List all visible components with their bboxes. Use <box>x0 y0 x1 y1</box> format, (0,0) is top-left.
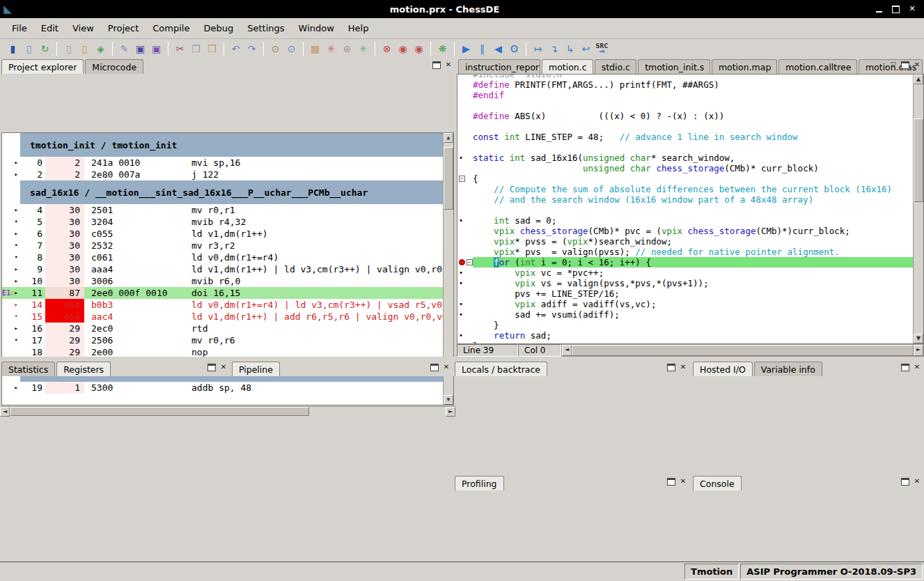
code-area[interactable]: #include "stdio.h"#define PRINTF(FMT,ARG… <box>457 75 913 343</box>
menu-item-window[interactable]: Window <box>292 20 340 36</box>
code-line[interactable] <box>457 100 913 111</box>
breakpoint-toggle-icon[interactable]: ◉ <box>395 41 411 56</box>
step-return-icon[interactable]: ↩ <box>578 41 594 56</box>
asm-row[interactable]: ▸10303006mvib r6,0 <box>2 275 443 287</box>
code-line[interactable]: pvs += LINE_STEP/16; <box>457 288 913 299</box>
panel-close-icon[interactable]: ✕ <box>913 478 921 486</box>
asm-row[interactable]: •7302532mv r3,r2 <box>2 240 443 251</box>
panel-maximize-icon[interactable] <box>667 478 675 486</box>
panel-close-icon[interactable]: ✕ <box>913 364 921 371</box>
search-next-icon[interactable]: ⊙ <box>283 41 299 56</box>
asm-row[interactable]: ▸02241a 0010mvi sp,16 <box>2 157 443 169</box>
code-line[interactable]: vpix* pvss = (vpix*)search_window; <box>457 236 913 247</box>
code-line[interactable]: • int sad = 0; <box>457 215 913 226</box>
code-line[interactable]: • return sad; <box>457 330 913 341</box>
src-step-icon[interactable]: SRC⇒ <box>594 41 610 56</box>
code-line[interactable]: −{ <box>457 173 913 184</box>
search-icon[interactable]: ⊙ <box>267 41 283 56</box>
tab-tmotion-init-s[interactable]: tmotion_init.s <box>638 59 710 74</box>
compile-icon[interactable]: ◈ <box>93 41 109 56</box>
asm-row[interactable]: •5303204mvib r4,32 <box>2 216 443 228</box>
menu-item-view[interactable]: View <box>66 20 100 36</box>
code-line[interactable]: } <box>457 341 913 343</box>
code-line[interactable]: } <box>457 320 913 330</box>
paste-icon[interactable]: ❒ <box>204 41 220 56</box>
panel-close-icon[interactable]: ✕ <box>913 61 921 69</box>
code-line[interactable]: unsigned char chess_storage(CMb)* curr_b… <box>457 163 913 173</box>
code-line[interactable]: • vpix vs = valign(pvss,*pvs,*(pvs+1)); <box>457 278 913 288</box>
save-all-icon[interactable]: ▣ <box>148 41 164 56</box>
asm-row[interactable]: •830c061ld v0,dm(r1+=r4) <box>2 251 443 263</box>
code-line[interactable] <box>457 205 913 215</box>
code-line[interactable]: #include "stdio.h" <box>457 75 913 79</box>
tab-hosted-i-o[interactable]: Hosted I/O <box>693 362 753 376</box>
editor-hscrollbar[interactable]: ◄ ► <box>561 344 924 357</box>
tab-variable-info[interactable]: Variable info <box>754 362 822 376</box>
code-line[interactable]: − for (int i = 0; i < 16; i++) { <box>457 257 913 268</box>
code-line[interactable]: • vpix adiff = vadiff(vs,vc); <box>457 299 913 309</box>
panel-close-icon[interactable]: ✕ <box>444 61 453 69</box>
tab-microcode[interactable]: Microcode <box>85 59 143 74</box>
scroll-up-button[interactable]: ▲ <box>914 75 923 84</box>
reset-icon[interactable]: ◀ <box>490 41 506 56</box>
profile-refresh-icon[interactable]: ✳ <box>355 41 371 56</box>
step-into-icon[interactable]: ↴ <box>546 41 562 56</box>
tab-list-icon[interactable]: ▽ <box>889 61 898 69</box>
scroll-left-button[interactable]: ◄ <box>562 345 572 356</box>
code-line[interactable]: // Compute the sum of absolute differenc… <box>457 184 913 194</box>
run-free-icon[interactable]: ❋ <box>434 41 451 56</box>
profile-time-icon[interactable]: ⊕ <box>339 41 355 56</box>
asm-row[interactable]: ▸4302501mv r0,r1 <box>2 204 443 216</box>
scroll-up-button[interactable]: ▲ <box>444 133 453 143</box>
editor-vscrollbar[interactable]: ▲ ▼ <box>913 75 923 343</box>
memory-grid-icon[interactable]: ▦ <box>307 41 323 56</box>
panel-close-icon[interactable]: ✕ <box>219 364 228 371</box>
tab-statistics[interactable]: Statistics <box>1 362 55 376</box>
run-icon[interactable]: ▶ <box>458 41 474 56</box>
scroll-down-button[interactable]: ▼ <box>914 334 923 343</box>
cut-icon[interactable]: ✂ <box>172 41 188 56</box>
maximize-button[interactable] <box>891 5 900 13</box>
tab-motion-calltree[interactable]: motion.calltree <box>778 59 857 74</box>
asm-row[interactable]: •15464aac4ld v1,dm(r1++) | add r6,r5,r6 … <box>2 311 443 323</box>
step-next-icon[interactable]: ↦ <box>530 41 546 56</box>
menu-item-help[interactable]: Help <box>342 20 375 36</box>
open-file-icon[interactable]: ▯ <box>77 41 93 56</box>
reload-project-icon[interactable]: ↻ <box>37 41 53 56</box>
minimize-button[interactable] <box>874 5 884 13</box>
menu-item-file[interactable]: File <box>6 20 33 36</box>
tab-motion-map[interactable]: motion.map <box>712 59 777 74</box>
code-line[interactable] <box>457 142 913 153</box>
menu-item-project[interactable]: Project <box>102 20 145 36</box>
asm-row[interactable]: ▸16292ec0rtd <box>2 323 443 334</box>
code-line[interactable]: • sad += vsumi(adiff); <box>457 309 913 320</box>
close-button[interactable]: ✕ <box>907 5 917 13</box>
panel-maximize-icon[interactable] <box>667 364 675 371</box>
tab-motion-c[interactable]: motion.c <box>542 59 593 74</box>
code-line[interactable]: // and the search window (16x16 window p… <box>457 194 913 205</box>
copy-icon[interactable]: ❐ <box>188 41 204 56</box>
breakpoint-remove-icon[interactable]: ◉ <box>411 41 427 56</box>
asm-row[interactable]: ▸930aaa4ld v1,dm(r1++) | ld v3,cm(r3++) … <box>2 263 443 275</box>
stop-icon[interactable]: ⊗ <box>379 41 395 56</box>
scroll-right-button[interactable]: ► <box>914 345 923 356</box>
code-line[interactable]: vpix* pvs = valign(pvss); // needed for … <box>457 247 913 257</box>
step-out-icon[interactable]: ↳ <box>562 41 578 56</box>
breakpoint-icon[interactable] <box>459 259 465 265</box>
panel-maximize-icon[interactable] <box>432 61 441 69</box>
code-line[interactable] <box>457 121 913 132</box>
menu-item-settings[interactable]: Settings <box>241 20 290 36</box>
pause-icon[interactable]: ‖ <box>474 41 490 56</box>
menu-item-debug[interactable]: Debug <box>197 20 240 36</box>
asm-row[interactable]: ▸14464b0b3ld v0,dm(r1+=r4) | ld v3,cm(r3… <box>2 299 443 311</box>
profile-report-icon[interactable]: ✳ <box>323 41 339 56</box>
code-line[interactable]: #define PRINTF(FMT,ARGS...) printf(FMT, … <box>457 79 913 90</box>
code-line[interactable]: vpix chess_storage(CMb)* pvc = (vpix che… <box>457 226 913 236</box>
panel-close-icon[interactable]: ✕ <box>679 478 687 486</box>
asm-row[interactable]: E1○▸11872ee0 000f 0010doi 16,15 <box>2 287 443 299</box>
tab-profiling[interactable]: Profiling <box>455 476 504 490</box>
panel-maximize-icon[interactable] <box>901 478 909 486</box>
open-project-icon[interactable]: ▮ <box>5 41 21 56</box>
menu-item-compile[interactable]: Compile <box>146 20 196 36</box>
asm-row[interactable]: •17292506mv r0,r6 <box>2 334 443 346</box>
